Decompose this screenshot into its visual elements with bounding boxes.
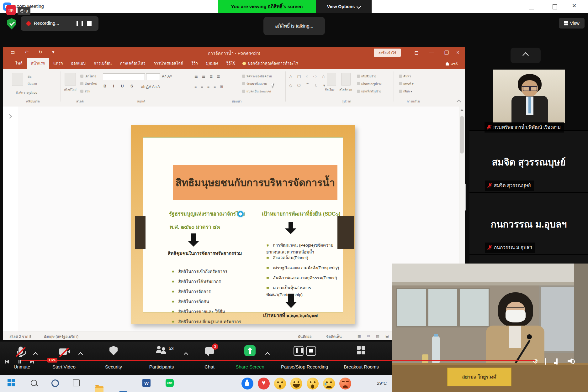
participant-tile-2[interactable]: สมจิต สุวรรณบุษย์ สมจิต สุวรรณบุษย์ bbox=[469, 130, 588, 192]
new-slide-button[interactable] bbox=[65, 73, 76, 86]
cut-button[interactable]: ตัด bbox=[28, 75, 31, 79]
reaction-wow-icon[interactable] bbox=[307, 378, 319, 389]
sign-in-button[interactable]: ลงชื่อเข้าใช้ bbox=[374, 49, 401, 57]
view-options-button[interactable]: View Options bbox=[316, 0, 372, 13]
exit-fullscreen-icon[interactable] bbox=[545, 359, 546, 364]
font-size-box[interactable] bbox=[146, 73, 160, 80]
self-view-video[interactable]: สยามล โกยูรวงศ์ ⚙ bbox=[392, 264, 588, 392]
cortana-icon[interactable] bbox=[51, 379, 59, 387]
picture-in-picture-icon[interactable] bbox=[556, 359, 558, 364]
tab-animations[interactable]: ภาพเคลื่อนไหว bbox=[116, 58, 149, 69]
participants-icon[interactable] bbox=[156, 346, 167, 355]
stop-recording-button[interactable] bbox=[306, 346, 316, 356]
video-options-chevron[interactable] bbox=[78, 352, 83, 357]
layout-button[interactable]: เค้าโครง bbox=[80, 74, 96, 79]
grow-shrink-font-buttons[interactable]: A˄ A˅ bbox=[162, 74, 172, 79]
quick-styles-label[interactable]: สไตล์ด่วน bbox=[339, 87, 352, 92]
gear-icon[interactable]: ⚙ bbox=[532, 358, 538, 365]
skip-back-icon[interactable] bbox=[4, 359, 9, 365]
unmute-button[interactable]: Unmute bbox=[3, 364, 41, 369]
ppt-close-button[interactable]: × bbox=[451, 47, 465, 58]
task-view-icon[interactable] bbox=[73, 379, 80, 386]
start-video-button[interactable]: Start Video bbox=[42, 364, 86, 369]
participant-tile-3[interactable]: กนกวรรณ ม.อุบลฯ กนกวรรณ ม.อุบลฯ bbox=[469, 192, 588, 254]
reset-button[interactable]: ตั้งค่าใหม่ bbox=[80, 81, 97, 86]
collapse-panel-button[interactable] bbox=[511, 48, 541, 63]
tab-view[interactable]: มุมมอง bbox=[202, 58, 222, 69]
security-shield-icon[interactable] bbox=[109, 346, 118, 355]
notes-button[interactable]: บันทึกย่อ bbox=[298, 334, 311, 339]
format-painter-button[interactable]: ตัวคัดวางรูปแบบ bbox=[16, 90, 37, 95]
shape-outline-button[interactable]: เส้นกรอบรูปร่าง bbox=[357, 81, 381, 86]
shape-fill-button[interactable]: เติมสีรูปร่าง bbox=[357, 74, 376, 79]
font-format-buttons[interactable]: B I U S bbox=[103, 84, 136, 88]
text-direction-button[interactable]: ทิศทางของข้อความ bbox=[242, 74, 272, 79]
tab-design[interactable]: ออกแบบ bbox=[67, 58, 90, 69]
breakout-rooms-icon[interactable] bbox=[357, 346, 366, 355]
view-mode-buttons[interactable]: ▦ ⊞ ▤ ⬓ bbox=[358, 334, 391, 338]
minimize-button[interactable] bbox=[529, 9, 534, 9]
reaction-laugh-icon[interactable] bbox=[290, 378, 302, 389]
reaction-thumbs-up-icon[interactable] bbox=[241, 378, 253, 389]
pause-recording-icon[interactable] bbox=[77, 21, 83, 26]
shape-effects-button[interactable]: เอฟเฟ็กต์รูปร่าง bbox=[357, 89, 381, 94]
shapes-gallery-row2[interactable]: ◇ ⬠ ⌒ ☾ ▾ bbox=[289, 83, 327, 88]
tab-file[interactable]: ไฟล์ bbox=[11, 58, 27, 69]
reaction-cry-icon[interactable] bbox=[323, 378, 335, 389]
chat-button[interactable]: Chat bbox=[194, 364, 225, 369]
close-button[interactable]: × bbox=[572, 1, 576, 10]
paste-button[interactable] bbox=[12, 73, 23, 86]
align-buttons[interactable]: ≡ ≡ ≡ ≡ ⊞ bbox=[194, 85, 225, 89]
security-button[interactable]: Security bbox=[95, 364, 132, 369]
replace-button[interactable]: แทนที่ ▾ bbox=[399, 81, 414, 86]
list-buttons[interactable]: ☰ ☰ ≣ ≣ bbox=[194, 74, 222, 79]
share-options-chevron[interactable] bbox=[265, 352, 270, 357]
tab-insert[interactable]: แทรก bbox=[49, 58, 67, 69]
tab-transitions[interactable]: การเปลี่ยน bbox=[90, 58, 116, 69]
find-button[interactable]: ค้นหา bbox=[399, 74, 411, 79]
search-icon[interactable] bbox=[31, 380, 37, 386]
participants-options-chevron[interactable] bbox=[184, 352, 188, 357]
word-icon[interactable]: W bbox=[142, 379, 151, 387]
pause-recording-button[interactable] bbox=[294, 346, 304, 356]
participants-button[interactable]: Participants bbox=[136, 364, 187, 369]
quick-styles-button[interactable] bbox=[341, 73, 351, 86]
section-button[interactable]: ส่วน bbox=[80, 89, 90, 94]
tab-review[interactable]: รีวิว bbox=[187, 58, 202, 69]
restore-button[interactable] bbox=[553, 4, 557, 9]
tab-home[interactable]: หน้าแรก bbox=[27, 58, 49, 69]
share-screen-icon[interactable] bbox=[244, 345, 256, 356]
smartart-button[interactable]: แปลงเป็น SmartArt bbox=[242, 89, 271, 94]
reaction-kiss-icon[interactable] bbox=[274, 378, 286, 389]
participant-video-1[interactable] bbox=[493, 70, 565, 123]
arrange-label[interactable]: จัดเรียง bbox=[325, 87, 334, 92]
comments-button[interactable]: ข้อคิดเห็น bbox=[326, 334, 342, 339]
select-button[interactable]: เลือก ▾ bbox=[399, 89, 412, 94]
temperature[interactable]: 29°C bbox=[377, 381, 387, 386]
tab-slideshow[interactable]: การนำเสนอสไลด์ bbox=[150, 58, 188, 69]
ppt-minimize-button[interactable]: — bbox=[425, 47, 438, 58]
new-slide-label[interactable]: สไลด์ใหม่ bbox=[62, 87, 78, 92]
tab-help[interactable]: วิธีใช้ bbox=[222, 58, 239, 69]
pause-stop-recording-button[interactable]: Pause/Stop Recording bbox=[270, 364, 339, 369]
reaction-angry-icon[interactable] bbox=[339, 378, 351, 389]
copy-button[interactable]: คัดลอก bbox=[28, 81, 37, 86]
case-color-buttons[interactable]: ab A̲V Aa A bbox=[141, 85, 160, 89]
reaction-heart-icon[interactable]: ♥ bbox=[258, 378, 270, 389]
align-text-button[interactable]: จัดแนวข้อความ bbox=[242, 81, 267, 86]
gallery-view-button[interactable]: View bbox=[559, 18, 585, 29]
panel-resize-handle[interactable] bbox=[465, 184, 466, 211]
meeting-security-shield-icon[interactable] bbox=[7, 18, 16, 29]
breakout-rooms-button[interactable]: Breakout Rooms bbox=[333, 364, 389, 369]
file-explorer-icon[interactable] bbox=[95, 386, 103, 392]
collapse-ribbon-icon[interactable] bbox=[457, 100, 461, 104]
participant-tile-4-partial[interactable] bbox=[469, 254, 588, 264]
slide-thumbnail-pane-collapsed[interactable] bbox=[3, 107, 19, 332]
share-screen-button[interactable]: Share Screen bbox=[225, 364, 275, 369]
line-app-icon[interactable]: LINE bbox=[166, 379, 174, 387]
stop-recording-icon[interactable] bbox=[87, 21, 92, 26]
language-indicator[interactable]: อังกฤษ (สหรัฐอเมริกา) bbox=[44, 334, 78, 339]
ribbon-options-button[interactable]: ⊡ bbox=[410, 47, 423, 58]
font-name-box[interactable] bbox=[103, 73, 145, 80]
arrange-button[interactable] bbox=[327, 73, 336, 86]
